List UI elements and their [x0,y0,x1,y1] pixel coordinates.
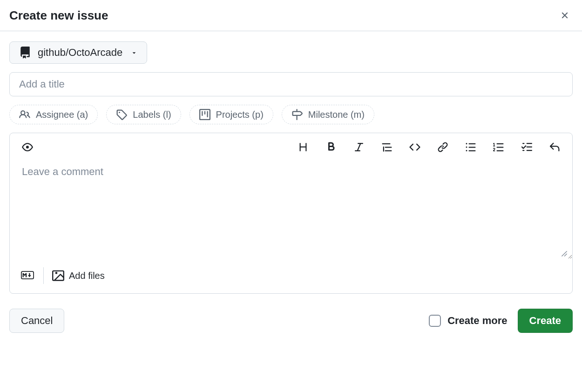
list-unordered-icon [465,142,476,153]
editor-footer: Add files [10,261,572,293]
italic-button[interactable] [352,140,366,155]
labels-chip[interactable]: Labels (l) [106,105,181,124]
unordered-list-button[interactable] [463,140,478,155]
quote-icon [381,142,393,153]
tasklist-icon [521,142,532,153]
reply-icon [549,142,560,153]
link-icon [437,142,448,153]
create-more-checkbox[interactable]: Create more [429,315,507,327]
comment-editor: Add files [9,133,573,294]
close-icon [560,10,570,20]
markdown-button[interactable] [20,270,35,282]
add-files-label: Add files [69,270,105,281]
preview-button[interactable] [20,140,35,155]
assignee-label: Assignee (a) [36,109,88,120]
project-icon [199,109,210,120]
create-button[interactable]: Create [518,309,573,333]
milestone-label: Milestone (m) [308,109,365,120]
bold-icon [325,142,337,153]
reply-button[interactable] [547,140,562,155]
quote-button[interactable] [379,140,394,155]
bold-button[interactable] [324,140,338,155]
create-more-label: Create more [447,315,507,327]
code-icon [409,142,420,153]
milestone-icon [291,109,303,120]
dialog-title: Create new issue [9,8,108,23]
dialog-body: github/OctoArcade Assignee (a) Labels (l… [0,31,582,343]
eye-icon [22,142,33,153]
repo-name: github/OctoArcade [38,47,122,59]
dialog-header: Create new issue [0,0,582,31]
link-button[interactable] [435,140,450,155]
title-input[interactable] [9,72,573,96]
milestone-chip[interactable]: Milestone (m) [282,105,374,124]
ordered-list-button[interactable] [491,140,506,155]
image-icon [52,270,64,282]
projects-label: Projects (p) [216,109,264,120]
close-button[interactable] [557,7,573,23]
heading-icon [298,142,309,153]
assignee-chip[interactable]: Assignee (a) [9,105,98,124]
italic-icon [353,142,365,153]
comment-textarea[interactable] [10,161,572,259]
add-files-button[interactable]: Add files [52,270,105,282]
people-icon [19,109,30,120]
dialog-footer: Cancel Create more Create [9,309,573,333]
list-ordered-icon [493,142,504,153]
markdown-icon [21,270,34,280]
labels-label: Labels (l) [133,109,171,120]
metadata-chips: Assignee (a) Labels (l) Projects (p) Mil… [9,105,573,124]
task-list-button[interactable] [519,140,534,155]
tag-icon [116,109,127,120]
cancel-button[interactable]: Cancel [9,309,64,333]
projects-chip[interactable]: Projects (p) [189,105,273,124]
checkbox-icon [429,315,441,327]
repo-icon [19,47,31,59]
heading-button[interactable] [296,140,311,155]
editor-toolbar [10,133,572,161]
chevron-down-icon [131,49,137,56]
divider [43,267,44,284]
repo-selector[interactable]: github/OctoArcade [9,41,147,64]
code-button[interactable] [407,140,422,155]
resize-handle-icon[interactable] [561,250,568,257]
